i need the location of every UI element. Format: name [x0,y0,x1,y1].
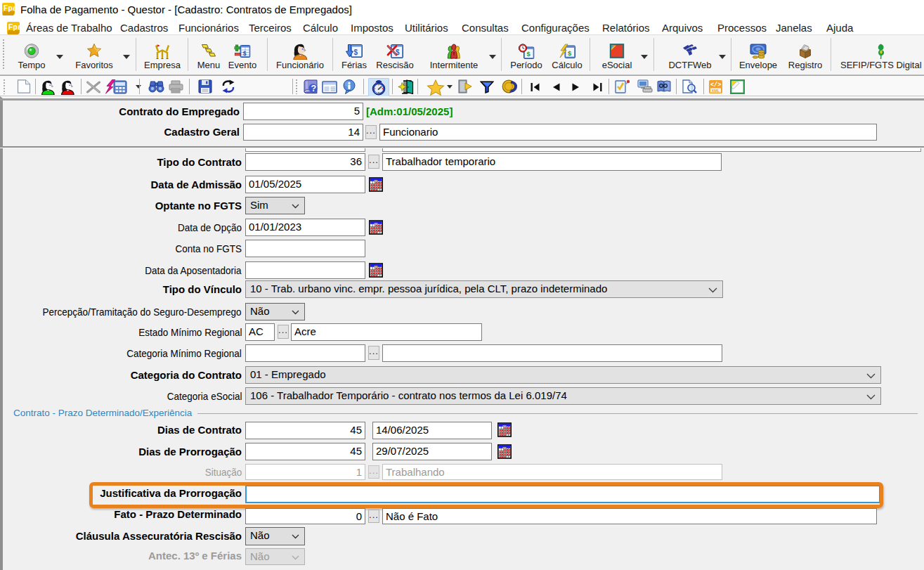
svg-text:</>: </> [710,82,721,89]
svg-text:$: $ [243,50,247,57]
svg-text:XML: XML [712,89,720,93]
svg-text:$: $ [354,48,358,56]
svg-text:?: ? [311,84,316,93]
svg-text:$: $ [568,49,572,57]
svg-text:$: $ [527,50,531,58]
